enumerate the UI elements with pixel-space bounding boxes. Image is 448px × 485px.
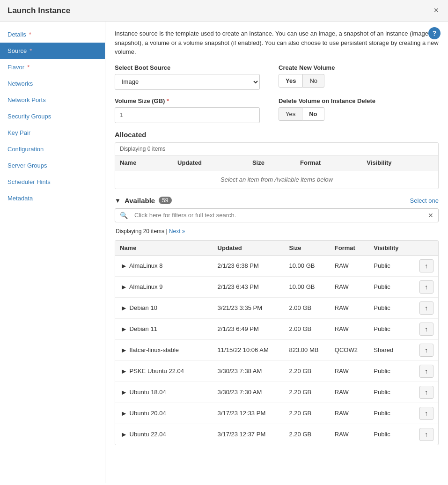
sidebar-item-metadata[interactable]: Metadata — [0, 190, 105, 206]
sidebar-item-scheduler-hints[interactable]: Scheduler Hints — [0, 174, 105, 190]
row-format: RAW — [330, 382, 369, 403]
sidebar-item-source[interactable]: Source* — [0, 43, 105, 59]
allocated-title: Allocated — [115, 131, 439, 139]
sidebar-item-security-groups[interactable]: Security Groups — [0, 108, 105, 125]
row-updated: 3/30/23 7:38 AM — [213, 360, 285, 382]
row-visibility: Public — [369, 403, 414, 424]
row-format: RAW — [330, 276, 369, 297]
available-title: Available — [125, 197, 155, 205]
create-volume-no[interactable]: No — [303, 74, 324, 88]
allocate-button[interactable]: ↑ — [419, 259, 433, 272]
row-action: ↑ — [415, 360, 438, 382]
row-expand-button[interactable]: ▶ — [120, 368, 128, 375]
close-button[interactable]: × — [432, 6, 441, 15]
allocated-col-name: Name — [115, 155, 173, 170]
allocate-button[interactable]: ↑ — [419, 344, 433, 357]
allocated-col-size: Size — [248, 155, 295, 170]
row-expand-button[interactable]: ▶ — [120, 410, 128, 417]
table-row: ▶ Ubuntu 22.04 3/17/23 12:37 PM 2.20 GB … — [115, 424, 438, 445]
sidebar-item-networks[interactable]: Networks — [0, 75, 105, 92]
row-size: 10.00 GB — [285, 276, 330, 297]
row-expand-button[interactable]: ▶ — [120, 263, 128, 269]
allocate-button[interactable]: ↑ — [419, 323, 433, 336]
row-name: ▶ Debian 10 — [115, 297, 213, 318]
row-format: RAW — [330, 360, 369, 382]
sidebar-item-configuration[interactable]: Configuration — [0, 141, 105, 157]
row-format: RAW — [330, 318, 369, 339]
row-expand-button[interactable]: ▶ — [120, 389, 128, 396]
row-visibility: Public — [369, 276, 414, 297]
collapse-available-icon[interactable]: ▼ — [115, 197, 121, 204]
sidebar-item-key-pair[interactable]: Key Pair — [0, 125, 105, 141]
delete-volume-yes[interactable]: Yes — [279, 107, 302, 121]
available-col-name: Name — [115, 241, 213, 256]
sidebar-item-server-groups[interactable]: Server Groups — [0, 157, 105, 174]
row-action: ↑ — [415, 318, 438, 339]
select-one-label: Select one — [410, 197, 439, 204]
row-visibility: Public — [369, 255, 414, 276]
sidebar-item-details[interactable]: Details* — [0, 26, 105, 43]
delete-volume-no[interactable]: No — [302, 107, 324, 121]
allocate-button[interactable]: ↑ — [419, 428, 433, 441]
available-col-updated: Updated — [213, 241, 285, 256]
row-expand-button[interactable]: ▶ — [120, 347, 128, 353]
row-name: ▶ PSKE Ubuntu 22.04 — [115, 360, 213, 382]
volume-size-input[interactable] — [115, 107, 260, 123]
table-row: ▶ flatcar-linux-stable 11/15/22 10:06 AM… — [115, 339, 438, 360]
sidebar: Details*Source*Flavor*NetworksNetwork Po… — [0, 22, 105, 483]
sidebar-item-flavor[interactable]: Flavor* — [0, 59, 105, 75]
row-updated: 11/15/22 10:06 AM — [213, 339, 285, 360]
allocated-col-format: Format — [295, 155, 362, 170]
boot-source-row: Select Boot Source ImageSnapshotVolumeVo… — [115, 64, 439, 90]
sidebar-item-network-ports[interactable]: Network Ports — [0, 92, 105, 108]
row-name: ▶ flatcar-linux-stable — [115, 339, 213, 360]
allocate-button[interactable]: ↑ — [419, 386, 433, 399]
allocate-button[interactable]: ↑ — [419, 280, 433, 294]
row-updated: 3/30/23 7:30 AM — [213, 382, 285, 403]
search-input[interactable] — [132, 209, 423, 221]
row-expand-button[interactable]: ▶ — [120, 431, 128, 438]
row-name: ▶ Ubuntu 18.04 — [115, 382, 213, 403]
row-size: 2.20 GB — [285, 403, 330, 424]
row-expand-button[interactable]: ▶ — [120, 326, 128, 332]
available-table-wrapper: Name Updated Size Format Visibility ▶ Al… — [115, 240, 439, 445]
available-count-badge: 59 — [159, 197, 171, 204]
allocated-header-row: Name Updated Size Format Visibility — [115, 155, 438, 170]
modal-header: Launch Instance × — [0, 0, 448, 22]
row-action: ↑ — [415, 339, 438, 360]
row-format: RAW — [330, 297, 369, 318]
table-row: ▶ AlmaLinux 9 2/1/23 6:43 PM 10.00 GB RA… — [115, 276, 438, 297]
available-col-format: Format — [330, 241, 369, 256]
allocated-table-wrapper: Displaying 0 items Name Updated Size For… — [115, 142, 439, 189]
row-updated: 2/1/23 6:49 PM — [213, 318, 285, 339]
table-row: ▶ Ubuntu 18.04 3/30/23 7:30 AM 2.20 GB R… — [115, 382, 438, 403]
available-col-size: Size — [285, 241, 330, 256]
clear-search-button[interactable]: ✕ — [423, 209, 438, 222]
row-name: ▶ Ubuntu 20.04 — [115, 403, 213, 424]
available-table: Name Updated Size Format Visibility ▶ Al… — [115, 241, 438, 445]
boot-source-label: Select Boot Source — [115, 64, 260, 71]
row-expand-button[interactable]: ▶ — [120, 305, 128, 311]
row-expand-button[interactable]: ▶ — [120, 284, 128, 290]
create-volume-yes[interactable]: Yes — [279, 74, 303, 88]
next-link[interactable]: Next » — [169, 228, 185, 235]
available-header-row: Name Updated Size Format Visibility — [115, 241, 438, 256]
row-format: RAW — [330, 255, 369, 276]
row-visibility: Shared — [369, 339, 414, 360]
allocated-col-visibility: Visibility — [362, 155, 438, 170]
row-visibility: Public — [369, 297, 414, 318]
boot-source-group: Select Boot Source ImageSnapshotVolumeVo… — [115, 64, 260, 90]
help-icon[interactable]: ? — [428, 27, 441, 39]
allocate-button[interactable]: ↑ — [419, 301, 433, 315]
row-size: 2.00 GB — [285, 318, 330, 339]
allocate-button[interactable]: ↑ — [419, 365, 433, 378]
row-updated: 2/1/23 6:38 PM — [213, 255, 285, 276]
allocate-button[interactable]: ↑ — [419, 407, 433, 420]
row-visibility: Public — [369, 318, 414, 339]
boot-source-select[interactable]: ImageSnapshotVolumeVolume Snapshot — [115, 74, 260, 90]
table-row: ▶ Debian 10 3/21/23 3:35 PM 2.00 GB RAW … — [115, 297, 438, 318]
row-format: RAW — [330, 403, 369, 424]
allocated-col-updated: Updated — [173, 155, 248, 170]
available-col-visibility: Visibility — [369, 241, 414, 256]
delete-volume-toggle: Yes No — [279, 107, 375, 121]
